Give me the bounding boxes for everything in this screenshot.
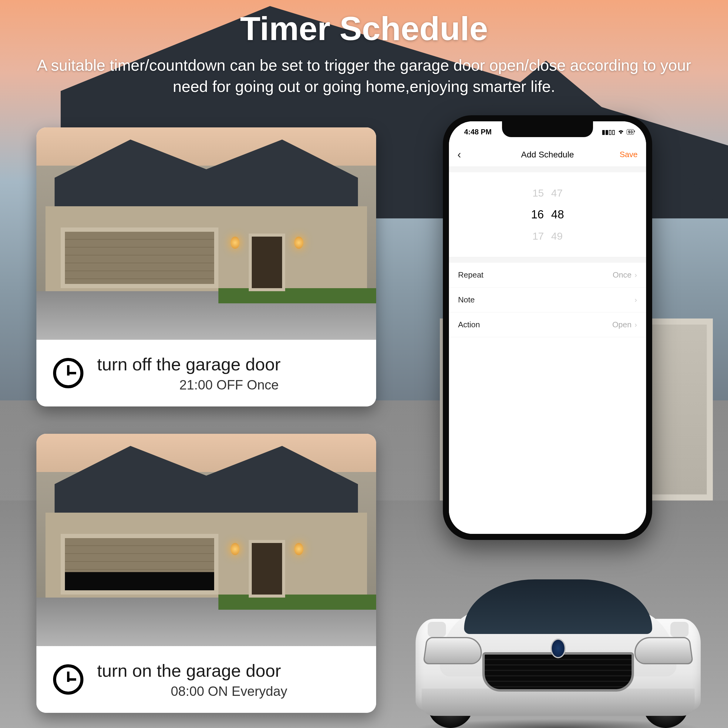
house-illustration-opening — [37, 434, 376, 646]
nav-title: Add Schedule — [449, 150, 646, 159]
setting-repeat[interactable]: Repeat Once › — [449, 263, 646, 288]
nav-bar: ‹ Add Schedule Save — [449, 142, 646, 167]
card-title: turn on the garage door — [97, 660, 361, 681]
picker-row-next[interactable]: 1749 — [532, 230, 563, 242]
screen-blank-area — [449, 337, 646, 534]
clock-icon — [52, 356, 85, 390]
time-picker[interactable]: 1547 1648 1749 — [449, 172, 646, 257]
clock-icon — [52, 663, 85, 696]
chevron-right-icon: › — [635, 271, 637, 279]
phone-mockup: 4:48 PM ▮▮▯▯ 93 ‹ Add Schedule Save 1547 — [443, 115, 652, 540]
setting-label: Note — [458, 295, 475, 304]
picker-row-prev[interactable]: 1547 — [532, 187, 563, 199]
page-subtitle: A suitable timer/countdown can be set to… — [37, 55, 691, 97]
house-illustration-closed — [37, 127, 376, 340]
status-time: 4:48 PM — [464, 128, 492, 136]
battery-icon: 93 — [627, 129, 634, 135]
save-button[interactable]: Save — [620, 150, 638, 159]
phone-notch — [502, 121, 593, 137]
wifi-icon — [618, 128, 624, 136]
card-title: turn off the garage door — [97, 354, 361, 374]
setting-label: Repeat — [458, 270, 483, 280]
page-title: Timer Schedule — [0, 9, 728, 47]
card-label-row: turn off the garage door 21:00 OFF Once — [37, 340, 376, 407]
signal-icon: ▮▮▯▯ — [602, 128, 615, 136]
car-illustration — [404, 561, 713, 728]
settings-list: Repeat Once › Note › Action Open › — [449, 263, 646, 337]
setting-label: Action — [458, 320, 480, 329]
phone-screen: 4:48 PM ▮▮▯▯ 93 ‹ Add Schedule Save 1547 — [449, 121, 646, 534]
setting-note[interactable]: Note › — [449, 288, 646, 312]
chevron-right-icon: › — [635, 296, 637, 304]
setting-value: Open — [612, 320, 632, 329]
schedule-card-on: turn on the garage door 08:00 ON Everyda… — [37, 434, 376, 713]
setting-value: Once — [613, 270, 632, 280]
card-detail: 21:00 OFF Once — [97, 377, 361, 393]
setting-action[interactable]: Action Open › — [449, 312, 646, 337]
schedule-card-off: turn off the garage door 21:00 OFF Once — [37, 127, 376, 407]
picker-row-selected[interactable]: 1648 — [531, 208, 564, 221]
card-detail: 08:00 ON Everyday — [97, 684, 361, 699]
chevron-right-icon: › — [635, 321, 637, 329]
card-label-row: turn on the garage door 08:00 ON Everyda… — [37, 646, 376, 713]
status-indicators: ▮▮▯▯ 93 — [602, 128, 634, 136]
